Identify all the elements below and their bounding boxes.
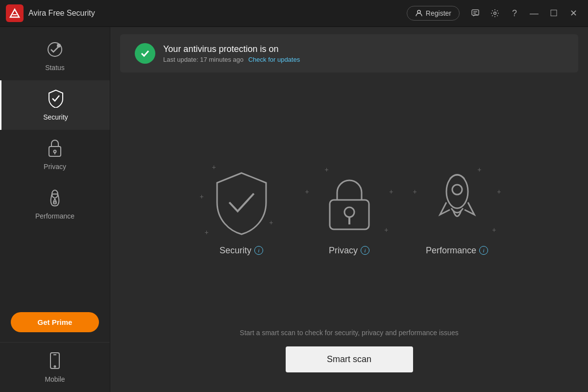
sparkle-12: + bbox=[492, 226, 496, 234]
svg-rect-7 bbox=[49, 147, 61, 156]
privacy-item-label: Privacy i bbox=[329, 245, 369, 256]
svg-point-0 bbox=[417, 10, 420, 13]
sidebar-security-label: Security bbox=[43, 113, 68, 121]
sidebar: Status Security Privacy bbox=[0, 27, 110, 392]
svg-point-20 bbox=[452, 185, 462, 195]
get-prime-button[interactable]: Get Prime bbox=[11, 312, 99, 332]
sidebar-bottom: Mobile bbox=[0, 342, 110, 392]
sidebar-privacy-label: Privacy bbox=[44, 163, 66, 171]
status-banner: Your antivirus protection is on Last upd… bbox=[120, 34, 578, 73]
close-button[interactable]: ✕ bbox=[564, 4, 582, 22]
sparkle-9: + bbox=[477, 166, 481, 173]
sparkle-6: + bbox=[305, 188, 309, 196]
svg-point-15 bbox=[54, 366, 56, 368]
sidebar-item-mobile[interactable]: Mobile bbox=[0, 343, 110, 392]
sidebar-mobile-label: Mobile bbox=[45, 375, 65, 383]
performance-icon-item: + + + + bbox=[423, 168, 491, 256]
security-info-icon[interactable]: i bbox=[254, 246, 263, 255]
icons-section: + + + + Security i + + + + bbox=[110, 95, 588, 329]
performance-item-label: Performance i bbox=[426, 245, 488, 256]
sparkle-8: + bbox=[384, 226, 388, 234]
sidebar-status-label: Status bbox=[45, 64, 65, 72]
svg-point-8 bbox=[54, 150, 56, 153]
privacy-icon-item: + + + + Privacy i bbox=[315, 168, 384, 256]
svg-point-11 bbox=[53, 202, 56, 204]
sparkle-1: + bbox=[212, 163, 216, 171]
performance-info-icon[interactable]: i bbox=[479, 246, 488, 255]
titlebar: Avira Free Security Register ? — ☐ bbox=[0, 0, 588, 27]
main-layout: Status Security Privacy bbox=[0, 27, 588, 392]
sidebar-performance-label: Performance bbox=[35, 212, 74, 220]
sparkle-2: + bbox=[200, 193, 204, 200]
titlebar-actions: Register ? — ☐ ✕ bbox=[407, 4, 582, 22]
register-button[interactable]: Register bbox=[407, 6, 460, 21]
sparkle-10: + bbox=[413, 188, 417, 196]
bottom-section: Start a smart scan to check for security… bbox=[110, 329, 588, 392]
performance-icon bbox=[47, 188, 63, 209]
content-area: Your antivirus protection is on Last upd… bbox=[110, 27, 588, 392]
sidebar-item-performance[interactable]: Performance bbox=[0, 179, 110, 229]
minimize-button[interactable]: — bbox=[525, 4, 543, 22]
maximize-button[interactable]: ☐ bbox=[545, 4, 563, 22]
status-title: Your antivirus protection is on bbox=[163, 44, 564, 54]
performance-svg bbox=[423, 168, 491, 237]
svg-point-19 bbox=[446, 175, 468, 208]
privacy-icon bbox=[48, 139, 62, 160]
app-title: Avira Free Security bbox=[28, 9, 407, 18]
smart-scan-button[interactable]: Smart scan bbox=[286, 346, 413, 372]
privacy-info-icon[interactable]: i bbox=[361, 246, 369, 255]
svg-point-17 bbox=[344, 207, 354, 217]
status-icon bbox=[46, 41, 64, 61]
scan-description: Start a smart scan to check for security… bbox=[240, 329, 458, 337]
sidebar-item-privacy[interactable]: Privacy bbox=[0, 130, 110, 179]
feedback-button[interactable] bbox=[466, 4, 484, 22]
settings-button[interactable] bbox=[486, 4, 504, 22]
sparkle-3: + bbox=[205, 228, 209, 236]
privacy-svg bbox=[315, 168, 384, 237]
sparkle-4: + bbox=[269, 219, 273, 226]
sparkle-11: + bbox=[497, 188, 501, 196]
app-logo bbox=[6, 4, 24, 22]
check-updates-link[interactable]: Check for updates bbox=[248, 56, 300, 63]
sidebar-item-security[interactable]: Security bbox=[0, 80, 110, 130]
help-button[interactable]: ? bbox=[506, 4, 523, 22]
sidebar-item-status[interactable]: Status bbox=[0, 32, 110, 80]
status-subtitle: Last update: 17 minutes ago Check for up… bbox=[163, 56, 564, 63]
status-text-group: Your antivirus protection is on Last upd… bbox=[163, 44, 564, 63]
security-item-label: Security i bbox=[220, 245, 263, 256]
svg-point-4 bbox=[494, 12, 496, 15]
security-icon-item: + + + + Security i bbox=[207, 168, 276, 256]
sparkle-7: + bbox=[389, 188, 393, 196]
svg-point-6 bbox=[57, 44, 61, 48]
security-icon bbox=[48, 89, 64, 110]
svg-rect-16 bbox=[330, 200, 369, 229]
mobile-icon bbox=[49, 351, 61, 372]
security-svg bbox=[207, 168, 276, 237]
status-check-icon bbox=[135, 43, 155, 64]
sparkle-5: + bbox=[325, 166, 329, 173]
